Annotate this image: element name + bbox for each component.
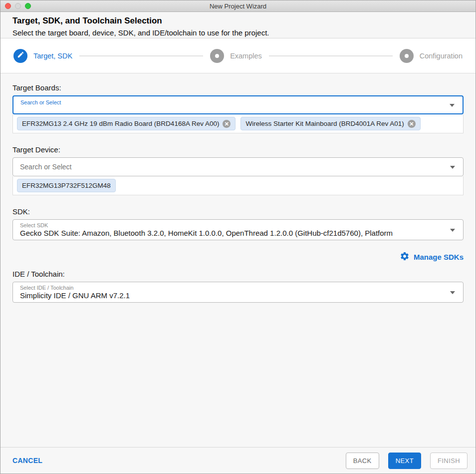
- dot-icon: [215, 54, 219, 58]
- back-button[interactable]: BACK: [346, 453, 379, 469]
- new-project-wizard-window: New Project Wizard Target, SDK, and Tool…: [0, 0, 476, 474]
- target-device-label: Target Device:: [12, 145, 464, 154]
- wizard-content: Target Boards: Search or Select EFR32MG1…: [0, 73, 476, 447]
- target-device-section: Target Device: Search or Select EFR32MG1…: [12, 145, 464, 195]
- page-subtitle: Select the target board, device, SDK, an…: [12, 28, 464, 37]
- target-device-placeholder: Search or Select: [20, 163, 72, 171]
- step-configuration-label: Configuration: [420, 52, 463, 60]
- target-boards-combobox[interactable]: Search or Select: [12, 95, 464, 114]
- step-examples[interactable]: Examples: [210, 49, 262, 63]
- sdk-section: SDK: Select SDK Gecko SDK Suite: Amazon,…: [12, 207, 464, 263]
- wizard-footer: CANCEL BACK NEXT FINISH: [0, 447, 476, 474]
- step-target-sdk-circle: [13, 49, 27, 63]
- sdk-select-label: Select SDK: [20, 222, 443, 228]
- step-configuration-circle: [400, 49, 414, 63]
- dropdown-arrow-icon: [450, 166, 455, 169]
- window-title: New Project Wizard: [0, 2, 476, 10]
- target-device-chip-row: EFR32MG13P732F512GM48: [12, 176, 464, 195]
- target-device-chip: EFR32MG13P732F512GM48: [17, 179, 116, 192]
- manage-sdks-button[interactable]: Manage SDKs: [400, 251, 464, 263]
- page-title: Target, SDK, and Toolchain Selection: [12, 16, 464, 26]
- target-board-chip: EFR32MG13 2.4 GHz 19 dBm Radio Board (BR…: [17, 117, 236, 130]
- step-target-sdk-label: Target, SDK: [33, 52, 72, 60]
- target-board-chip: Wireless Starter Kit Mainboard (BRD4001A…: [240, 117, 420, 130]
- toolchain-section: IDE / Toolchain: Select IDE / Toolchain …: [12, 270, 464, 303]
- step-configuration[interactable]: Configuration: [400, 49, 463, 63]
- target-boards-placeholder: Search or Select: [20, 99, 61, 105]
- stepper-connector: [79, 55, 203, 56]
- pencil-icon: [17, 51, 24, 60]
- toolchain-select[interactable]: Select IDE / Toolchain Simplicity IDE / …: [12, 282, 464, 303]
- chip-label: Wireless Starter Kit Mainboard (BRD4001A…: [245, 120, 404, 127]
- next-button[interactable]: NEXT: [388, 453, 421, 469]
- wizard-stepper: Target, SDK Examples Configuration: [0, 38, 476, 73]
- cancel-button[interactable]: CANCEL: [12, 457, 42, 465]
- chip-label: EFR32MG13P732F512GM48: [22, 182, 111, 189]
- target-boards-section: Target Boards: Search or Select EFR32MG1…: [12, 83, 464, 133]
- dropdown-arrow-icon: [450, 104, 455, 107]
- close-icon[interactable]: ✕: [408, 120, 416, 128]
- wizard-header: Target, SDK, and Toolchain Selection Sel…: [0, 12, 476, 38]
- dropdown-arrow-icon: [450, 229, 455, 232]
- toolchain-label: IDE / Toolchain:: [12, 270, 464, 278]
- toolchain-select-value: Simplicity IDE / GNU ARM v7.2.1: [20, 291, 130, 300]
- step-target-sdk[interactable]: Target, SDK: [13, 49, 72, 63]
- target-boards-chip-row: EFR32MG13 2.4 GHz 19 dBm Radio Board (BR…: [12, 114, 464, 133]
- sdk-select[interactable]: Select SDK Gecko SDK Suite: Amazon, Blue…: [12, 219, 464, 240]
- dropdown-arrow-icon: [450, 291, 455, 294]
- step-examples-circle: [210, 49, 224, 63]
- manage-sdks-label: Manage SDKs: [414, 253, 464, 261]
- close-icon[interactable]: ✕: [223, 120, 231, 128]
- sdk-select-value: Gecko SDK Suite: Amazon, Bluetooth 3.2.0…: [20, 229, 393, 237]
- gear-icon: [400, 251, 410, 263]
- sdk-label: SDK:: [12, 207, 464, 216]
- chip-label: EFR32MG13 2.4 GHz 19 dBm Radio Board (BR…: [22, 120, 219, 127]
- target-device-combobox[interactable]: Search or Select: [12, 157, 464, 176]
- finish-button[interactable]: FINISH: [430, 453, 468, 469]
- target-boards-label: Target Boards:: [12, 83, 464, 92]
- titlebar: New Project Wizard: [0, 0, 476, 12]
- step-examples-label: Examples: [230, 52, 262, 60]
- stepper-connector: [269, 55, 393, 56]
- manage-sdks-row: Manage SDKs: [12, 251, 464, 263]
- dot-icon: [405, 54, 409, 58]
- toolchain-select-label: Select IDE / Toolchain: [20, 285, 443, 291]
